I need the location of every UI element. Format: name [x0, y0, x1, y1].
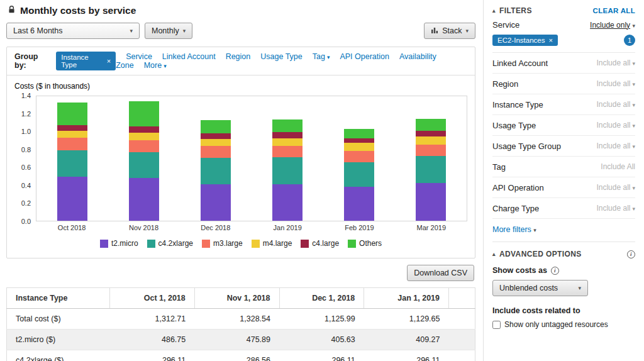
bar-segment-m3-large[interactable]	[201, 146, 231, 158]
granularity-select[interactable]: Monthly ▾	[145, 23, 192, 39]
bar-segment-t2-micro[interactable]	[344, 187, 374, 221]
bar-segment-others[interactable]	[201, 120, 231, 133]
remove-icon[interactable]: ×	[548, 36, 552, 44]
filter-row-tag[interactable]: TagInclude All	[492, 157, 635, 177]
bar-segment-t2-micro[interactable]	[272, 184, 303, 221]
filter-row-usage-type[interactable]: Usage TypeInclude all▾	[492, 115, 635, 136]
bar-segment-c4-2xlarge[interactable]	[272, 157, 303, 184]
filter-value-dropdown[interactable]: Include all▾	[596, 100, 635, 109]
stacked-bar-mar-2019[interactable]	[416, 119, 446, 221]
bar-segment-m3-large[interactable]	[129, 140, 159, 152]
bar-segment-c4-2xlarge[interactable]	[129, 152, 159, 178]
stacked-bar-nov-2018[interactable]	[129, 101, 159, 221]
info-icon[interactable]: i	[551, 267, 559, 275]
groupby-option-tag[interactable]: Tag▾	[313, 52, 330, 61]
bar-segment-c4-large[interactable]	[201, 133, 231, 139]
filter-value-dropdown[interactable]: Include all▾	[596, 121, 635, 130]
bar-segment-c4-large[interactable]	[416, 131, 446, 136]
filters-title: FILTERS	[499, 6, 532, 15]
filter-row-instance-type[interactable]: Instance TypeInclude all▾	[492, 94, 635, 115]
bar-segment-t2-micro[interactable]	[57, 177, 87, 221]
filter-value-dropdown[interactable]: Include all▾	[596, 58, 635, 67]
bar-segment-c4-large[interactable]	[344, 138, 374, 143]
filter-value-dropdown[interactable]: Include all▾	[596, 204, 635, 213]
groupby-selected-pill[interactable]: Instance Type ×	[56, 52, 116, 70]
remove-icon[interactable]: ×	[107, 57, 111, 65]
collapse-icon: ▴	[492, 251, 496, 257]
cell-value: 409.27	[364, 330, 449, 350]
download-row: Download CSV	[8, 265, 474, 281]
chevron-down-icon: ▾	[632, 185, 635, 191]
filter-row-api-operation[interactable]: API OperationInclude all▾	[492, 177, 635, 198]
service-tag-pill[interactable]: EC2-Instances ×	[492, 35, 558, 46]
cost-type-select[interactable]: Unblended costs ▾	[492, 280, 588, 296]
untagged-resources-checkbox[interactable]	[492, 321, 501, 329]
groupby-option-service[interactable]: Service	[126, 52, 152, 61]
bar-segment-m4-large[interactable]	[57, 131, 87, 138]
filter-row-linked-account[interactable]: Linked AccountInclude all▾	[492, 53, 635, 74]
date-range-select[interactable]: Last 6 Months ▾	[6, 23, 140, 39]
bar-segment-t2-micro[interactable]	[201, 184, 231, 221]
info-icon[interactable]: i	[627, 250, 635, 258]
legend-swatch	[301, 240, 309, 248]
bar-segment-t2-micro[interactable]	[416, 183, 446, 221]
bar-segment-others[interactable]	[129, 101, 159, 126]
bar-segment-c4-large[interactable]	[272, 132, 303, 138]
bar-segment-others[interactable]	[344, 129, 374, 138]
stacked-bar-oct-2018[interactable]	[57, 103, 87, 221]
bar-segment-m3-large[interactable]	[416, 145, 446, 157]
bar-segment-c4-2xlarge[interactable]	[201, 158, 231, 184]
stacked-bar-dec-2018[interactable]	[201, 120, 231, 221]
x-axis-label-feb-2019: Feb 2019	[323, 224, 395, 231]
y-axis-tick: 0.4	[21, 182, 31, 189]
cell-spacer	[449, 309, 475, 330]
clear-all-link[interactable]: CLEAR ALL	[593, 7, 635, 14]
bar-segment-c4-2xlarge[interactable]	[344, 162, 374, 187]
bar-segment-c4-large[interactable]	[57, 125, 87, 131]
filter-value-dropdown[interactable]: Include all▾	[596, 79, 635, 88]
bar-segment-m4-large[interactable]	[272, 138, 303, 145]
bar-segment-c4-2xlarge[interactable]	[57, 150, 87, 177]
bar-segment-others[interactable]	[272, 119, 303, 132]
y-axis-tick: 0.2	[21, 199, 31, 207]
show-costs-as-label: Show costs as i	[492, 266, 635, 275]
bar-segment-others[interactable]	[57, 103, 87, 125]
filter-value-dropdown[interactable]: Include All	[601, 162, 635, 171]
bar-segment-m4-large[interactable]	[129, 133, 159, 141]
advanced-options-header[interactable]: ▴ ADVANCED OPTIONS i	[492, 242, 635, 258]
more-filters-link[interactable]: More filters ▾	[492, 225, 536, 234]
filter-row-charge-type[interactable]: Charge TypeInclude all▾	[492, 198, 635, 219]
filter-value-dropdown[interactable]: Include all▾	[596, 142, 635, 150]
filter-count-badge: 1	[624, 35, 635, 46]
bar-segment-c4-2xlarge[interactable]	[416, 156, 446, 183]
filter-value-dropdown[interactable]: Include all▾	[596, 183, 635, 192]
service-filter-tags: EC2-Instances × 1	[492, 35, 635, 53]
filter-row-region[interactable]: RegionInclude all▾	[492, 74, 635, 94]
stacked-bar-jan-2019[interactable]	[272, 119, 303, 221]
groupby-option-region[interactable]: Region	[226, 52, 251, 61]
download-csv-button[interactable]: Download CSV	[407, 265, 474, 281]
bar-segment-others[interactable]	[416, 119, 446, 131]
service-include-mode-dropdown[interactable]: Include only ▾	[590, 21, 635, 30]
stacked-bar-feb-2019[interactable]	[344, 129, 374, 221]
untagged-resources-option[interactable]: Show only untagged resources	[492, 320, 635, 329]
bar-segment-m4-large[interactable]	[416, 136, 446, 145]
bar-segment-m4-large[interactable]	[201, 139, 231, 146]
filters-section-header[interactable]: ▴ FILTERS CLEAR ALL	[492, 6, 635, 15]
cell-value: 296.11	[110, 350, 195, 361]
bar-segment-m3-large[interactable]	[344, 151, 374, 163]
chevron-down-icon: ▾	[164, 63, 167, 69]
filter-list: Linked AccountInclude all▾RegionInclude …	[492, 53, 635, 219]
groupby-option-usage-type[interactable]: Usage Type	[260, 52, 302, 61]
groupby-option-more[interactable]: More▾	[144, 61, 167, 70]
groupby-option-linked-account[interactable]: Linked Account	[162, 52, 216, 61]
bar-segment-t2-micro[interactable]	[129, 178, 159, 221]
chart-type-select[interactable]: Stack ▾	[424, 23, 475, 39]
bar-segment-m3-large[interactable]	[57, 138, 87, 150]
groupby-option-api-operation[interactable]: API Operation	[340, 52, 389, 61]
bar-segment-m4-large[interactable]	[344, 143, 374, 151]
legend-label: c4.2xlarge	[158, 239, 193, 248]
filter-row-usage-type-group[interactable]: Usage Type GroupInclude all▾	[492, 136, 635, 157]
bar-segment-c4-large[interactable]	[129, 126, 159, 133]
bar-segment-m3-large[interactable]	[272, 146, 303, 158]
